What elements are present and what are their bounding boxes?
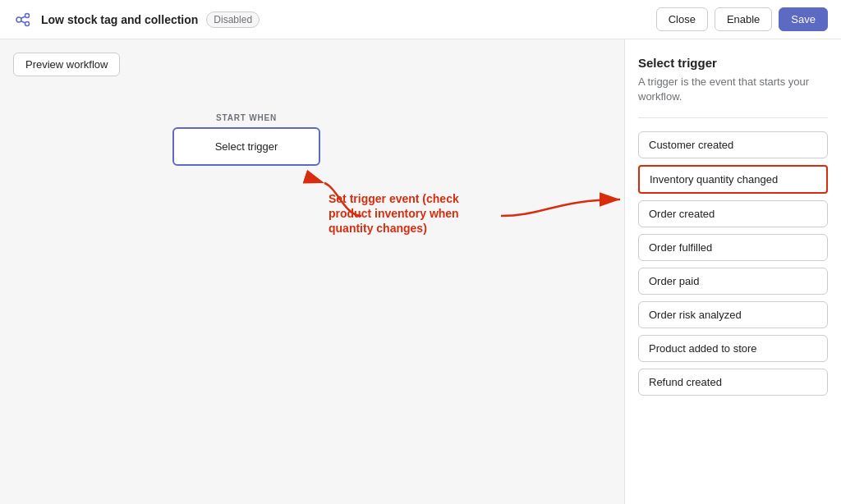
svg-line-4 [21, 21, 25, 23]
status-badge: Disabled [206, 11, 260, 28]
right-panel: Select trigger A trigger is the event th… [624, 39, 841, 504]
workflow-canvas: Preview workflow START WHEN Select trigg… [0, 39, 624, 504]
trigger-list: Customer createdInventory quantity chang… [638, 131, 828, 396]
svg-line-3 [21, 16, 25, 19]
node-start-label: START WHEN [172, 113, 320, 122]
panel-description: A trigger is the event that starts your … [638, 75, 828, 104]
svg-point-0 [16, 17, 21, 22]
header-actions: Close Enable Save [656, 7, 828, 31]
save-button[interactable]: Save [779, 7, 828, 31]
trigger-item-product-added-to-store[interactable]: Product added to store [638, 335, 828, 362]
select-trigger-node[interactable]: Select trigger [172, 127, 320, 166]
panel-divider [638, 117, 828, 118]
svg-point-2 [25, 21, 30, 25]
start-when-node: START WHEN Select trigger [172, 113, 320, 166]
trigger-item-customer-created[interactable]: Customer created [638, 131, 828, 158]
enable-button[interactable]: Enable [715, 7, 772, 31]
trigger-item-inventory-quantity-changed[interactable]: Inventory quantity changed [638, 165, 828, 194]
close-button[interactable]: Close [656, 7, 708, 31]
main-content: Preview workflow START WHEN Select trigg… [0, 39, 841, 504]
workflow-icon [13, 10, 33, 30]
panel-title: Select trigger [638, 56, 828, 70]
page-title: Low stock tag and collection [41, 13, 198, 26]
trigger-item-order-paid[interactable]: Order paid [638, 268, 828, 295]
header-left: Low stock tag and collection Disabled [13, 10, 656, 30]
svg-point-1 [25, 13, 30, 17]
trigger-item-order-risk-analyzed[interactable]: Order risk analyzed [638, 301, 828, 328]
trigger-item-refund-created[interactable]: Refund created [638, 369, 828, 396]
trigger-item-order-created[interactable]: Order created [638, 200, 828, 227]
preview-workflow-button[interactable]: Preview workflow [13, 53, 120, 76]
annotation-arrows [0, 39, 624, 504]
trigger-item-order-fulfilled[interactable]: Order fulfilled [638, 234, 828, 261]
annotation-text: Set trigger event (check product invento… [329, 191, 493, 236]
header: Low stock tag and collection Disabled Cl… [0, 0, 841, 39]
